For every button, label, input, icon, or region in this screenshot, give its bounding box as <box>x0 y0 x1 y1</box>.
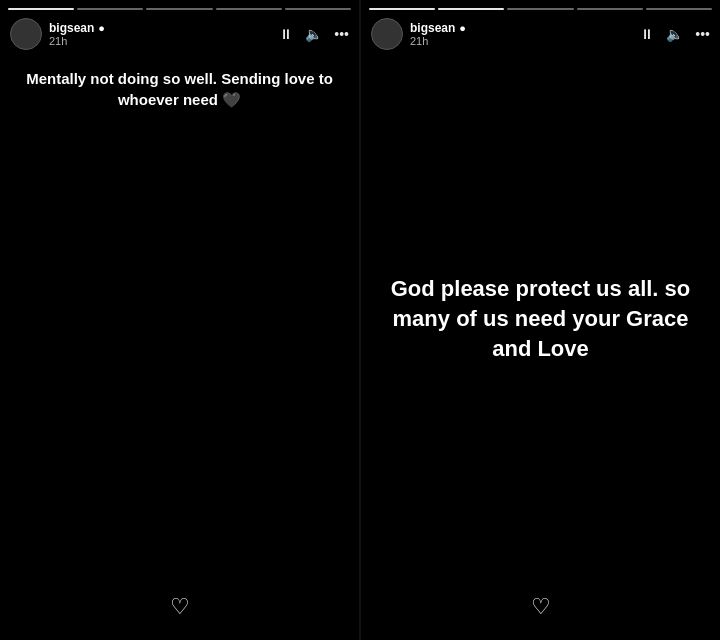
story-content-right: God please protect us all. so many of us… <box>361 58 720 580</box>
progress-bars-left <box>0 0 359 10</box>
story-text-right: God please protect us all. so many of us… <box>375 274 706 363</box>
avatar-left <box>10 18 42 50</box>
mute-button-left[interactable]: 🔈 <box>305 26 322 42</box>
username-right: bigsean <box>410 21 455 35</box>
username-left: bigsean <box>49 21 94 35</box>
avatar-right <box>371 18 403 50</box>
user-info-left: bigsean ● 21h <box>10 18 105 50</box>
story-footer-right: ♡ <box>361 580 720 640</box>
story-header-left: bigsean ● 21h ⏸ 🔈 ••• <box>0 10 359 58</box>
user-info-right: bigsean ● 21h <box>371 18 466 50</box>
username-row-left: bigsean ● <box>49 21 105 35</box>
progress-bars-right <box>361 0 720 10</box>
story-content-left: Mentally not doing so well. Sending love… <box>0 58 359 580</box>
more-button-right[interactable]: ••• <box>695 26 710 42</box>
story-text-left: Mentally not doing so well. Sending love… <box>14 68 345 110</box>
heart-icon-right[interactable]: ♡ <box>531 594 551 620</box>
pause-button-right[interactable]: ⏸ <box>640 26 654 42</box>
pause-button-left[interactable]: ⏸ <box>279 26 293 42</box>
story-header-right: bigsean ● 21h ⏸ 🔈 ••• <box>361 10 720 58</box>
story-footer-left: ♡ <box>0 580 359 640</box>
header-controls-right: ⏸ 🔈 ••• <box>640 26 710 42</box>
verified-badge-left: ● <box>98 22 105 34</box>
verified-badge-right: ● <box>459 22 466 34</box>
username-row-right: bigsean ● <box>410 21 466 35</box>
story-panel-right: bigsean ● 21h ⏸ 🔈 ••• God please protect… <box>361 0 720 640</box>
story-time-left: 21h <box>49 35 105 47</box>
heart-icon-left[interactable]: ♡ <box>170 594 190 620</box>
story-panel-left: bigsean ● 21h ⏸ 🔈 ••• Mentally not doing… <box>0 0 359 640</box>
header-controls-left: ⏸ 🔈 ••• <box>279 26 349 42</box>
more-button-left[interactable]: ••• <box>334 26 349 42</box>
story-time-right: 21h <box>410 35 466 47</box>
mute-button-right[interactable]: 🔈 <box>666 26 683 42</box>
